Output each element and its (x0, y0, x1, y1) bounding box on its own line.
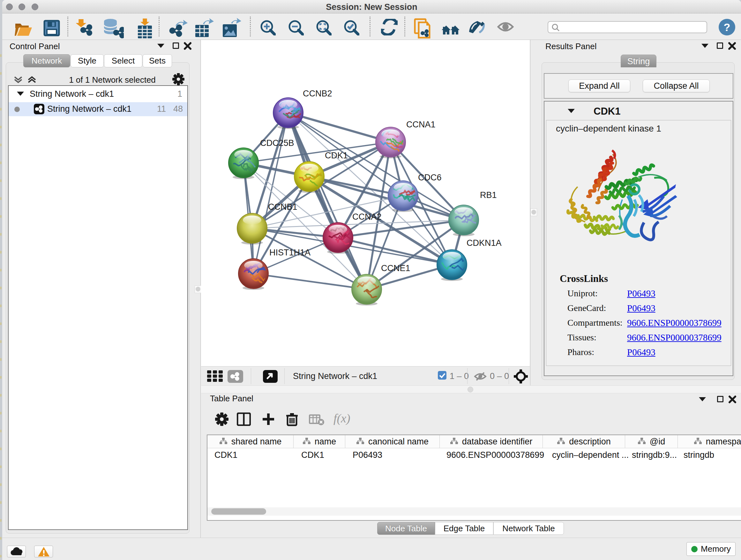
svg-text:HIST1H1A: HIST1H1A (269, 248, 311, 257)
svg-text:CCNB2: CCNB2 (303, 89, 332, 98)
svg-text:CCNA1: CCNA1 (406, 120, 435, 129)
svg-text:CDC25B: CDC25B (260, 138, 294, 148)
svg-text:RB1: RB1 (480, 190, 497, 200)
svg-text:CCNA2: CCNA2 (352, 212, 382, 222)
svg-text:CDK1: CDK1 (325, 151, 348, 160)
svg-text:CCNE1: CCNE1 (381, 263, 410, 273)
svg-text:CCNB1: CCNB1 (268, 202, 297, 212)
svg-text:CDC6: CDC6 (418, 173, 442, 182)
svg-text:CDKN1A: CDKN1A (467, 238, 502, 248)
